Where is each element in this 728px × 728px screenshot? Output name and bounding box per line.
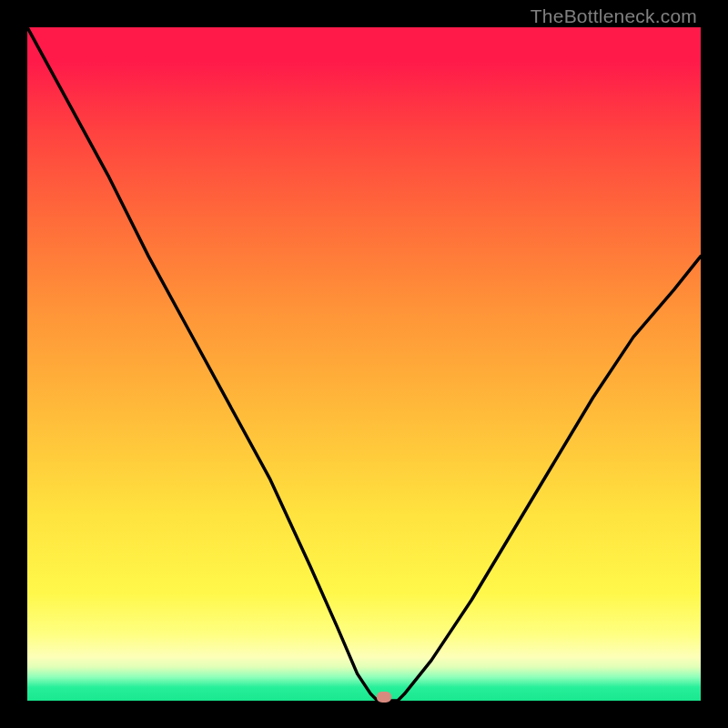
watermark-text: TheBottleneck.com xyxy=(531,5,697,27)
curve-svg xyxy=(27,27,701,701)
plot-area xyxy=(27,27,701,701)
bottleneck-curve-path xyxy=(27,27,701,701)
chart-container: TheBottleneck.com xyxy=(0,0,728,728)
optimal-marker xyxy=(377,692,391,703)
